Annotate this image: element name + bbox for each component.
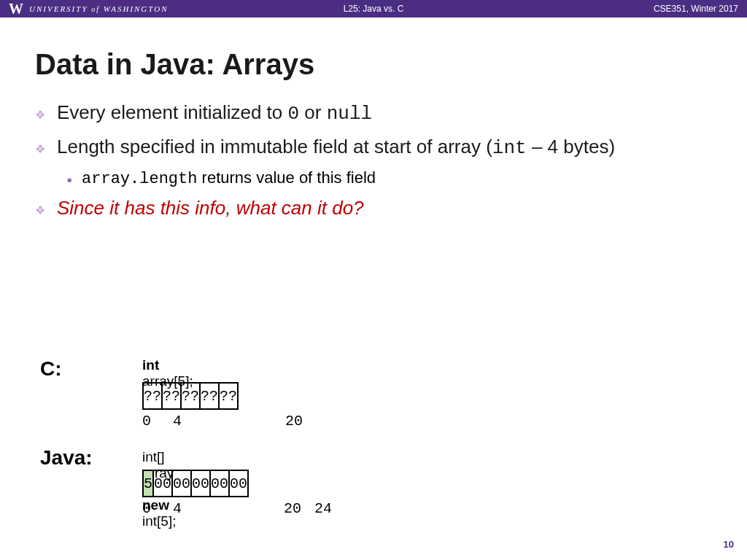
b2-sub-code: array.length: [82, 170, 197, 188]
c-cell-0: ??: [143, 383, 162, 409]
java-offset-24: 24: [314, 500, 332, 517]
course-label: CSE351, Winter 2017: [654, 4, 738, 14]
bullet-list: ❖ Every element initialized to 0 or null…: [35, 100, 712, 221]
diamond-bullet-icon: ❖: [35, 203, 45, 219]
bullet-1: ❖ Every element initialized to 0 or null: [35, 100, 712, 127]
c-cell-4: ??: [219, 383, 238, 409]
uw-logo-icon: W: [9, 1, 23, 18]
java-cell-4: 00: [229, 470, 248, 497]
c-label: C:: [40, 357, 62, 381]
java-offset-4: 4: [173, 500, 204, 517]
b1-text-pre: Every element initialized to: [57, 101, 287, 123]
java-cell-1: 00: [172, 470, 191, 497]
bullet-2: ❖ Length specified in immutable field at…: [35, 134, 712, 161]
java-offsets: 0 4 20 24: [142, 500, 332, 517]
b1-text-mid: or: [299, 101, 327, 123]
b2-text-post: – 4 bytes): [527, 136, 615, 158]
slide-title: Data in Java: Arrays: [0, 18, 747, 94]
b3-text: Since it has this info, what can it do?: [57, 195, 364, 221]
b1-code-zero: 0: [287, 103, 299, 125]
java-label: Java:: [40, 446, 93, 470]
b2-code-int: int: [492, 137, 527, 159]
c-offset-4: 4: [173, 413, 204, 429]
java-cell-0: 00: [153, 470, 172, 497]
java-length-cell: 5: [143, 470, 153, 497]
c-cell-2: ??: [181, 383, 200, 409]
java-offset-0: 0: [142, 500, 173, 517]
c-cell-1: ??: [162, 383, 181, 409]
bullet-2-sub: ■ array.length returns value of this fie…: [67, 168, 712, 188]
square-bullet-icon: ■: [67, 176, 71, 184]
c-offset-0: 0: [142, 413, 173, 429]
java-cell-3: 00: [210, 470, 229, 497]
b1-code-null: null: [327, 103, 372, 125]
java-offset-20: 20: [284, 500, 314, 517]
page-number: 10: [724, 539, 734, 550]
lecture-label: L25: Java vs. C: [344, 4, 404, 14]
b2-text-pre: Length specified in immutable field at s…: [57, 136, 492, 158]
content-area: ❖ Every element initialized to 0 or null…: [0, 94, 747, 221]
java-array-table: 5 00 00 00 00 00: [142, 470, 249, 497]
c-array-table: ?? ?? ?? ?? ??: [142, 382, 239, 410]
c-decl-type: int: [142, 357, 159, 373]
c-offset-20: 20: [285, 413, 303, 429]
university-name: UNIVERSITY of WASHINGTON: [29, 4, 168, 13]
header-left: W UNIVERSITY of WASHINGTON: [9, 1, 168, 18]
c-offsets: 0 4 20: [142, 413, 303, 429]
java-cell-2: 00: [191, 470, 210, 497]
bullet-3: ❖ Since it has this info, what can it do…: [35, 195, 712, 221]
diamond-bullet-icon: ❖: [35, 107, 45, 123]
c-cell-3: ??: [200, 383, 219, 409]
slide-header: W UNIVERSITY of WASHINGTON L25: Java vs.…: [0, 0, 747, 18]
diamond-bullet-icon: ❖: [35, 141, 45, 158]
b2-sub-text: returns value of this field: [197, 168, 376, 187]
